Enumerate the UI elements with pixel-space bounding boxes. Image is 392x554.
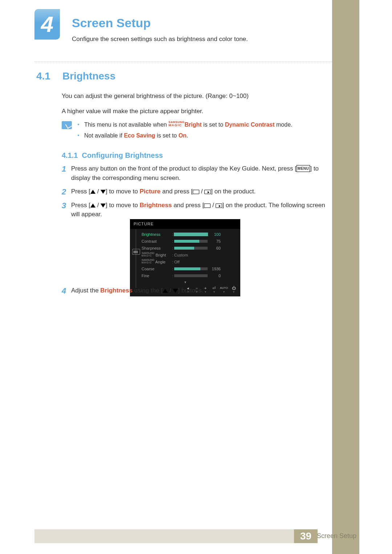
paragraph-range: You can adjust the general brightness of… (62, 91, 331, 101)
step-3: 3 Press [ / ] to move to Brightness and … (62, 201, 331, 219)
up-arrow-icon (163, 289, 168, 293)
section-number: 4.1 (36, 69, 50, 84)
paragraph-higher: A higher value will make the picture app… (62, 107, 331, 116)
footer-strip (34, 529, 294, 543)
osd-row: Brightness:100 (135, 231, 235, 238)
step-number: 1 (62, 163, 66, 175)
osd-title: PICTURE (130, 219, 240, 229)
down-arrow-icon (101, 190, 106, 194)
osd-row: Sharpness:60 (135, 245, 235, 252)
step-4: 4 Adjust the Brightness using the [ / ] … (62, 286, 331, 300)
osd-row: Fine:0 (135, 272, 235, 279)
step-1: 1 Press any button on the front of the p… (62, 164, 331, 182)
up-arrow-icon (90, 190, 95, 194)
step-number: 3 (62, 200, 66, 212)
page-number: 39 (294, 529, 318, 543)
enter-rect-icon (216, 204, 222, 208)
section-title: Brightness (62, 69, 115, 84)
subsection-heading: 4.1.1 Configuring Brightness (62, 150, 163, 161)
divider (34, 62, 332, 62)
step-number: 4 (62, 285, 66, 297)
footer-chapter-label: 4 Screen Setup (311, 531, 356, 541)
step-number: 2 (62, 186, 66, 198)
up-arrow-icon (90, 204, 95, 208)
side-strip (332, 0, 359, 554)
osd-row: Contrast:75 (135, 238, 235, 245)
note-item-2: Not available if Eco Saving is set to On… (84, 131, 331, 140)
osd-row: Coarse:1936 (135, 266, 235, 272)
enter-rect-icon (204, 190, 211, 194)
menu-rect-icon (193, 190, 199, 194)
menu-rect-icon (204, 204, 211, 208)
note-item-1: This menu is not available when SAMSUNGM… (84, 120, 331, 129)
osd-more-down-icon: ▾ (130, 279, 240, 285)
osd-row: SAMSUNGMAGIC Bright:Custom (135, 252, 235, 259)
chapter-intro: Configure the screen settings such as br… (72, 34, 248, 44)
chapter-number-badge: 4 (34, 9, 60, 40)
chapter-title: Screen Setup (72, 14, 151, 32)
osd-screenshot: PICTURE Brightness:100Contrast:75Sharpne… (130, 219, 240, 296)
note-box: This menu is not available when SAMSUNGM… (62, 120, 331, 142)
samsung-magic-label: SAMSUNGMAGIC (168, 121, 184, 127)
note-icon (62, 121, 72, 129)
step-2: 2 Press [ / ] to move to Picture and pre… (62, 187, 331, 196)
menu-button-label: MENU (297, 165, 310, 172)
down-arrow-icon (173, 289, 178, 293)
down-arrow-icon (101, 204, 106, 208)
osd-row: SAMSUNGMAGIC Angle:Off (135, 259, 235, 266)
